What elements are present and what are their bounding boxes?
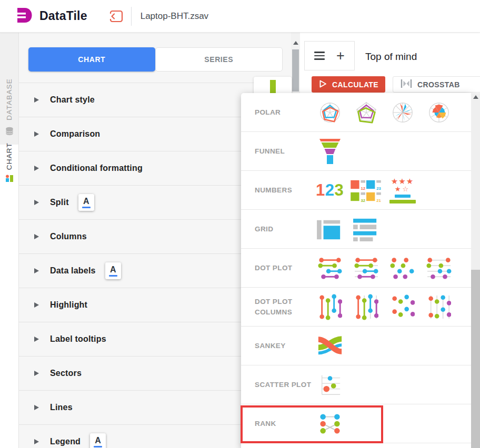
menu-row-grid: GRID <box>241 210 471 249</box>
scroll-up-arrow[interactable] <box>473 95 478 99</box>
menu-row-label: RANK <box>255 419 312 429</box>
open-file-name: Laptop-BHT.zsav <box>141 11 208 22</box>
open-file-icon[interactable] <box>109 10 123 23</box>
numbers-stars-icon[interactable]: ★★★ ★☆ <box>384 177 421 203</box>
menu-row-label: SANKEY <box>255 341 312 351</box>
menu-row-sankey: SANKEY <box>241 327 471 365</box>
svg-text:21: 21 <box>376 198 381 203</box>
expand-arrow-icon <box>34 97 39 103</box>
add-icon[interactable]: + <box>336 49 345 63</box>
dot-plot-lines-icon[interactable] <box>348 256 384 280</box>
calculate-button[interactable]: CALCULATE <box>312 76 385 93</box>
app-header: DataTile Laptop-BHT.zsav <box>0 0 480 33</box>
svg-text:12: 12 <box>361 186 365 191</box>
menu-row-rank: RANK <box>241 404 471 443</box>
text-format-button[interactable]: A <box>78 194 94 211</box>
menu-scrollbar[interactable] <box>471 93 480 448</box>
expand-arrow-icon <box>34 268 39 273</box>
funnel-icon[interactable] <box>312 139 348 164</box>
section-label: Sectors <box>50 369 82 378</box>
polar-rose-icon[interactable] <box>421 100 457 125</box>
menu-row-label: NUMBERS <box>255 185 312 196</box>
menu-row-polar: POLAR <box>241 93 471 132</box>
expand-arrow-icon <box>34 405 39 410</box>
section-label: Conditional formatting <box>50 164 143 173</box>
text-format-icon: A <box>110 266 116 274</box>
text-format-button[interactable]: A <box>90 433 106 448</box>
sankey-icon[interactable] <box>312 334 348 358</box>
menu-row-label: SCATTER PLOT <box>255 380 312 390</box>
grid-single-icon[interactable] <box>312 217 348 241</box>
menu-row-label: FUNNEL <box>255 146 312 157</box>
play-icon <box>318 79 327 90</box>
chart-type-menu: POLAR <box>241 93 471 448</box>
expand-arrow-icon <box>34 166 39 171</box>
database-icon <box>5 127 14 138</box>
view-toolbar: + <box>304 41 355 70</box>
expand-arrow-icon <box>34 337 39 342</box>
chart-icon <box>5 174 14 185</box>
text-format-underline <box>82 207 91 208</box>
text-format-underline <box>109 275 117 277</box>
section-label: Legend <box>50 437 81 446</box>
text-format-button[interactable]: A <box>105 262 121 279</box>
scroll-up-arrow[interactable] <box>293 41 298 45</box>
expand-arrow-icon <box>34 234 39 239</box>
expand-arrow-icon <box>34 131 39 137</box>
section-label: Columns <box>50 232 87 241</box>
scrollbar-thumb[interactable] <box>471 270 480 448</box>
menu-row-funnel: FUNNEL <box>241 132 471 171</box>
section-label: Label tooltips <box>50 334 106 344</box>
grid-rows-icon[interactable] <box>348 217 384 241</box>
section-label: Comparison <box>50 129 100 139</box>
crosstab-button[interactable]: CROSSTAB <box>393 76 480 93</box>
crosstab-icon <box>401 79 412 90</box>
polar-spokes-icon[interactable] <box>384 100 421 125</box>
header-divider <box>131 7 132 26</box>
menu-row-numbers: NUMBERS 123 12 23 32 21 <box>241 171 471 210</box>
dot-plot-columns-dots-icon[interactable] <box>384 294 421 320</box>
panel-tabs: CHART SERIES <box>28 47 283 72</box>
menu-row-dot-plot: DOT PLOT <box>241 249 471 288</box>
expand-arrow-icon <box>34 371 39 376</box>
numbers-tiles-icon[interactable]: 12 23 32 21 <box>348 178 384 203</box>
rank-icon[interactable] <box>312 413 348 435</box>
datatile-logo-icon <box>15 7 35 25</box>
dot-plot-dots-lines-icon[interactable] <box>421 256 457 280</box>
text-format-underline <box>94 446 102 447</box>
tab-series[interactable]: SERIES <box>155 47 283 72</box>
database-tab-label: DATABASE <box>5 78 13 120</box>
scatter-plot-icon[interactable] <box>312 373 348 396</box>
polar-radar-icon[interactable] <box>312 100 348 125</box>
menu-row-label: GRID <box>255 224 312 235</box>
app-name: DataTile <box>39 9 87 23</box>
tab-chart[interactable]: CHART <box>28 47 155 72</box>
menu-row-dot-plot-columns: DOT PLOT COLUMNS <box>241 288 471 327</box>
page-title: Top of mind <box>365 51 417 63</box>
section-label: Data labels <box>50 266 96 276</box>
polar-pentagon-icon[interactable] <box>348 100 384 125</box>
menu-row-label: DOT PLOT COLUMNS <box>255 297 312 317</box>
menu-row-label: DOT PLOT <box>255 263 312 273</box>
column-chart-icon <box>270 80 276 94</box>
svg-text:23: 23 <box>376 186 381 191</box>
sidebar-item-database[interactable]: DATABASE <box>0 33 18 145</box>
dot-plot-columns-lines-icon[interactable] <box>348 294 384 320</box>
dot-plot-columns-dots-lines-icon[interactable] <box>421 294 457 320</box>
dot-plot-columns-icon[interactable] <box>312 294 348 320</box>
crosstab-label: CROSSTAB <box>417 80 460 89</box>
dot-plot-icon[interactable] <box>312 256 348 280</box>
svg-text:32: 32 <box>361 198 365 203</box>
sidebar-item-chart[interactable]: CHART <box>0 145 18 190</box>
expand-arrow-icon <box>34 439 39 444</box>
expand-arrow-icon <box>34 200 39 205</box>
dot-plot-dots-icon[interactable] <box>384 256 421 280</box>
text-format-icon: A <box>83 197 89 206</box>
expand-arrow-icon <box>34 302 39 308</box>
menu-icon[interactable] <box>314 52 325 60</box>
section-label: Highlight <box>50 300 87 310</box>
menu-row-scatter-plot: SCATTER PLOT <box>241 365 471 404</box>
section-label: Chart style <box>50 95 95 105</box>
numbers-123-icon[interactable]: 123 <box>312 181 348 200</box>
scrollbar-thumb[interactable] <box>292 49 299 91</box>
